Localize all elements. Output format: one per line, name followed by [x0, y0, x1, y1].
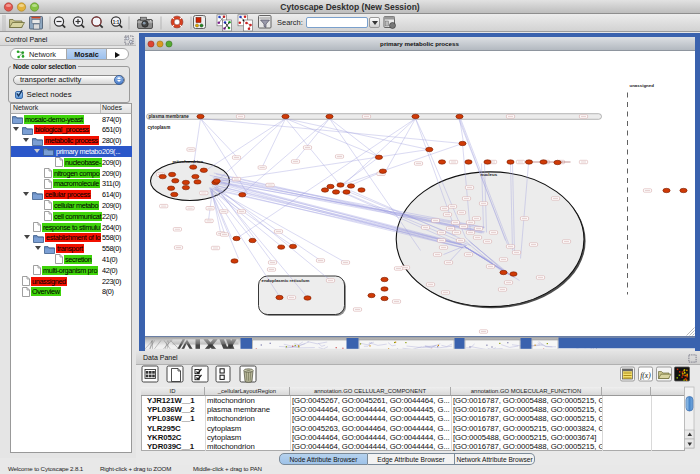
svg-text:1:1: 1:1 — [113, 20, 120, 25]
svg-text:mitochondrion: mitochondrion — [172, 158, 203, 163]
svg-text:nucleus: nucleus — [480, 172, 497, 177]
svg-text:unassigned: unassigned — [629, 83, 654, 88]
svg-text:f(x): f(x) — [640, 371, 651, 380]
svg-text:cytoplasm: cytoplasm — [147, 125, 170, 130]
svg-text:endoplasmic reticulum: endoplasmic reticulum — [261, 278, 309, 283]
svg-text:plasma membrane: plasma membrane — [148, 113, 189, 118]
